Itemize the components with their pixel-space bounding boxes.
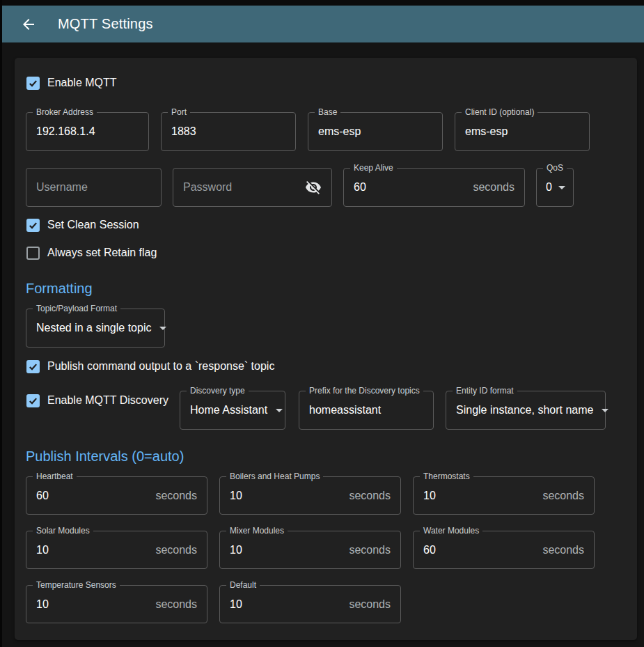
mixer-label: Mixer Modules <box>226 525 288 537</box>
solar-label: Solar Modules <box>33 525 93 537</box>
publish-response-checkbox[interactable] <box>26 360 40 373</box>
heartbeat-value: 60 <box>36 490 49 502</box>
clean-session-row: Set Clean Session <box>26 217 626 233</box>
check-icon <box>28 361 38 372</box>
discovery-type-select[interactable]: Discovery type Home Assistant <box>180 391 285 430</box>
enable-discovery-checkbox[interactable] <box>26 394 40 407</box>
clean-session-checkbox[interactable] <box>26 219 40 232</box>
thermostats-interval-field[interactable]: Thermostats 10 seconds <box>413 476 595 515</box>
discovery-prefix-label: Prefix for the Discovery topics <box>306 385 423 397</box>
thermostats-suffix: seconds <box>537 490 584 502</box>
keep-alive-suffix: seconds <box>467 181 515 194</box>
temperature-sensors-value: 10 <box>36 598 49 611</box>
keep-alive-field[interactable]: Keep Alive 60 seconds <box>343 168 525 207</box>
client-id-label: Client ID (optional) <box>462 107 537 118</box>
water-suffix: seconds <box>537 544 584 556</box>
mixer-interval-field[interactable]: Mixer Modules 10 seconds <box>219 531 401 569</box>
discovery-prefix-value: homeassistant <box>309 404 381 416</box>
broker-row: Broker Address 192.168.1.4 Port 1883 Bas… <box>26 112 626 151</box>
page-title: MQTT Settings <box>58 16 153 32</box>
keep-alive-value: 60 <box>354 181 366 194</box>
default-label: Default <box>226 579 260 591</box>
broker-address-label: Broker Address <box>33 107 97 118</box>
topic-format-row: Topic/Payload Format Nested in a single … <box>26 309 626 348</box>
temperature-sensors-suffix: seconds <box>150 598 197 611</box>
back-button[interactable] <box>15 10 42 38</box>
port-label: Port <box>168 107 190 118</box>
client-id-value: ems-esp <box>465 125 508 138</box>
port-field[interactable]: Port 1883 <box>161 112 296 151</box>
retain-flag-label: Always set Retain flag <box>47 247 157 259</box>
formatting-heading: Formatting <box>26 280 626 297</box>
temperature-sensors-label: Temperature Sensors <box>33 579 120 591</box>
retain-flag-checkbox[interactable] <box>26 247 40 260</box>
boilers-suffix: seconds <box>343 490 391 502</box>
heartbeat-interval-field[interactable]: Heartbeat 60 seconds <box>26 476 207 515</box>
username-placeholder: Username <box>36 181 88 194</box>
mqtt-settings-page: MQTT Settings Enable MQTT Broker Address… <box>0 0 644 647</box>
entity-id-format-value: Single instance, short name <box>456 404 593 416</box>
visibility-off-icon <box>305 179 322 196</box>
topic-payload-format-label: Topic/Payload Format <box>33 303 120 315</box>
dropdown-arrow-icon <box>558 186 565 189</box>
publish-response-label: Publish command output to a `response` t… <box>47 360 274 373</box>
topic-payload-format-select[interactable]: Topic/Payload Format Nested in a single … <box>26 309 165 348</box>
boilers-label: Boilers and Heat Pumps <box>226 471 323 483</box>
dropdown-arrow-icon <box>602 409 608 412</box>
username-field[interactable]: Username <box>26 168 162 207</box>
qos-value: 0 <box>546 181 552 194</box>
topic-payload-format-value: Nested in a single topic <box>36 322 151 334</box>
mixer-value: 10 <box>230 544 242 556</box>
broker-address-value: 192.168.1.4 <box>36 125 95 138</box>
password-placeholder: Password <box>183 181 232 194</box>
entity-id-format-label: Entity ID format <box>453 385 517 397</box>
solar-interval-field[interactable]: Solar Modules 10 seconds <box>26 531 207 569</box>
entity-id-format-select[interactable]: Entity ID format Single instance, short … <box>446 391 606 430</box>
broker-address-field[interactable]: Broker Address 192.168.1.4 <box>26 112 149 151</box>
qos-select[interactable]: QoS 0 <box>536 168 574 207</box>
app-bar: MQTT Settings <box>2 6 644 42</box>
clean-session-label: Set Clean Session <box>47 219 139 231</box>
default-suffix: seconds <box>343 598 391 611</box>
publish-response-row: Publish command output to a `response` t… <box>26 358 626 375</box>
client-id-field[interactable]: Client ID (optional) ems-esp <box>455 112 590 151</box>
qos-label: QoS <box>543 162 567 174</box>
arrow-back-icon <box>20 16 37 33</box>
password-field[interactable]: Password <box>173 168 332 207</box>
base-field[interactable]: Base ems-esp <box>308 112 443 151</box>
check-icon <box>28 78 38 88</box>
default-value: 10 <box>230 598 242 611</box>
thermostats-value: 10 <box>423 490 436 502</box>
water-value: 60 <box>423 544 436 556</box>
credentials-row: Username Password Keep Alive 60 seconds … <box>26 168 626 207</box>
enable-mqtt-label: Enable MQTT <box>47 77 117 89</box>
retain-flag-row: Always set Retain flag <box>26 244 626 261</box>
heartbeat-label: Heartbeat <box>33 471 77 483</box>
base-label: Base <box>315 107 340 118</box>
window-top-strip <box>2 0 644 6</box>
enable-discovery-label: Enable MQTT Discovery <box>47 394 168 407</box>
publish-intervals-heading: Publish Intervals (0=auto) <box>26 448 626 465</box>
discovery-type-label: Discovery type <box>187 385 249 397</box>
discovery-type-value: Home Assistant <box>190 404 267 416</box>
check-icon <box>28 396 38 406</box>
dropdown-arrow-icon <box>276 409 283 412</box>
boilers-value: 10 <box>230 490 242 502</box>
solar-value: 10 <box>36 544 49 556</box>
heartbeat-suffix: seconds <box>150 490 197 502</box>
solar-suffix: seconds <box>150 544 197 556</box>
thermostats-label: Thermostats <box>420 471 473 483</box>
mixer-suffix: seconds <box>343 544 391 556</box>
discovery-prefix-field[interactable]: Prefix for the Discovery topics homeassi… <box>299 391 434 430</box>
toggle-password-visibility-button[interactable] <box>305 179 322 196</box>
enable-mqtt-checkbox[interactable] <box>26 77 40 90</box>
temperature-sensors-interval-field[interactable]: Temperature Sensors 10 seconds <box>26 585 207 623</box>
default-interval-field[interactable]: Default 10 seconds <box>219 585 401 623</box>
discovery-row: Enable MQTT Discovery Discovery type Hom… <box>26 384 626 430</box>
enable-discovery-row: Enable MQTT Discovery <box>26 392 180 409</box>
boilers-interval-field[interactable]: Boilers and Heat Pumps 10 seconds <box>219 476 401 515</box>
port-value: 1883 <box>171 125 196 138</box>
water-label: Water Modules <box>420 525 482 537</box>
water-interval-field[interactable]: Water Modules 60 seconds <box>413 531 595 569</box>
keep-alive-label: Keep Alive <box>350 162 397 174</box>
